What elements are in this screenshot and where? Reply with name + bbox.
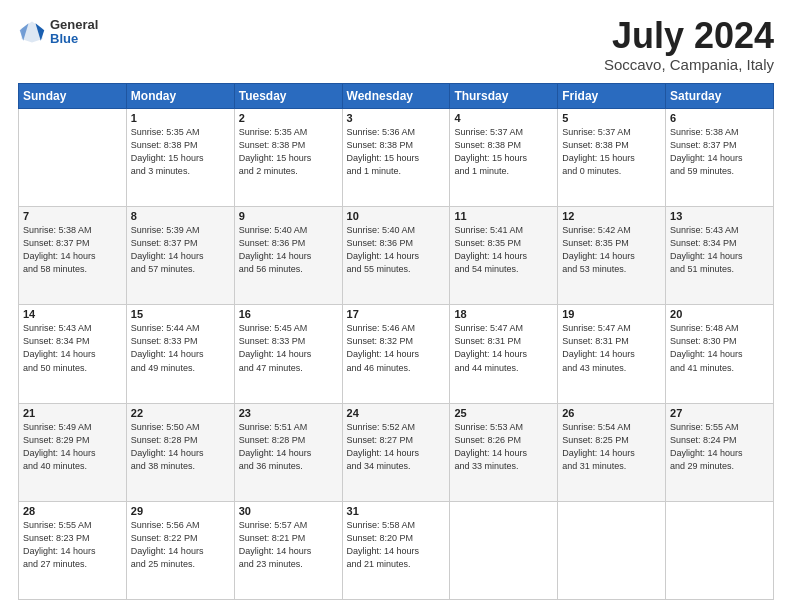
day-number: 16 [239, 308, 338, 320]
calendar-cell-w5-d7 [666, 501, 774, 599]
calendar-cell-w2-d5: 11Sunrise: 5:41 AM Sunset: 8:35 PM Dayli… [450, 207, 558, 305]
calendar-week-4: 21Sunrise: 5:49 AM Sunset: 8:29 PM Dayli… [19, 403, 774, 501]
day-number: 21 [23, 407, 122, 419]
day-info: Sunrise: 5:35 AM Sunset: 8:38 PM Dayligh… [131, 126, 230, 178]
day-info: Sunrise: 5:37 AM Sunset: 8:38 PM Dayligh… [454, 126, 553, 178]
day-info: Sunrise: 5:42 AM Sunset: 8:35 PM Dayligh… [562, 224, 661, 276]
day-info: Sunrise: 5:56 AM Sunset: 8:22 PM Dayligh… [131, 519, 230, 571]
col-sunday: Sunday [19, 84, 127, 109]
calendar-cell-w5-d3: 30Sunrise: 5:57 AM Sunset: 8:21 PM Dayli… [234, 501, 342, 599]
calendar-cell-w1-d6: 5Sunrise: 5:37 AM Sunset: 8:38 PM Daylig… [558, 109, 666, 207]
logo: General Blue [18, 18, 98, 47]
calendar-cell-w3-d1: 14Sunrise: 5:43 AM Sunset: 8:34 PM Dayli… [19, 305, 127, 403]
day-number: 4 [454, 112, 553, 124]
calendar-cell-w5-d2: 29Sunrise: 5:56 AM Sunset: 8:22 PM Dayli… [126, 501, 234, 599]
day-info: Sunrise: 5:53 AM Sunset: 8:26 PM Dayligh… [454, 421, 553, 473]
day-number: 29 [131, 505, 230, 517]
day-info: Sunrise: 5:35 AM Sunset: 8:38 PM Dayligh… [239, 126, 338, 178]
calendar-cell-w4-d6: 26Sunrise: 5:54 AM Sunset: 8:25 PM Dayli… [558, 403, 666, 501]
calendar-cell-w2-d6: 12Sunrise: 5:42 AM Sunset: 8:35 PM Dayli… [558, 207, 666, 305]
day-info: Sunrise: 5:55 AM Sunset: 8:23 PM Dayligh… [23, 519, 122, 571]
calendar-cell-w5-d6 [558, 501, 666, 599]
calendar-week-1: 1Sunrise: 5:35 AM Sunset: 8:38 PM Daylig… [19, 109, 774, 207]
day-number: 30 [239, 505, 338, 517]
calendar-week-2: 7Sunrise: 5:38 AM Sunset: 8:37 PM Daylig… [19, 207, 774, 305]
col-tuesday: Tuesday [234, 84, 342, 109]
day-number: 31 [347, 505, 446, 517]
col-wednesday: Wednesday [342, 84, 450, 109]
calendar-cell-w1-d4: 3Sunrise: 5:36 AM Sunset: 8:38 PM Daylig… [342, 109, 450, 207]
day-info: Sunrise: 5:58 AM Sunset: 8:20 PM Dayligh… [347, 519, 446, 571]
day-info: Sunrise: 5:57 AM Sunset: 8:21 PM Dayligh… [239, 519, 338, 571]
day-number: 5 [562, 112, 661, 124]
col-monday: Monday [126, 84, 234, 109]
day-number: 2 [239, 112, 338, 124]
calendar-cell-w3-d2: 15Sunrise: 5:44 AM Sunset: 8:33 PM Dayli… [126, 305, 234, 403]
calendar-header-row: Sunday Monday Tuesday Wednesday Thursday… [19, 84, 774, 109]
calendar-cell-w3-d6: 19Sunrise: 5:47 AM Sunset: 8:31 PM Dayli… [558, 305, 666, 403]
day-info: Sunrise: 5:39 AM Sunset: 8:37 PM Dayligh… [131, 224, 230, 276]
calendar-week-5: 28Sunrise: 5:55 AM Sunset: 8:23 PM Dayli… [19, 501, 774, 599]
day-info: Sunrise: 5:43 AM Sunset: 8:34 PM Dayligh… [670, 224, 769, 276]
day-number: 20 [670, 308, 769, 320]
logo-blue-text: Blue [50, 32, 98, 46]
calendar-cell-w1-d5: 4Sunrise: 5:37 AM Sunset: 8:38 PM Daylig… [450, 109, 558, 207]
day-info: Sunrise: 5:43 AM Sunset: 8:34 PM Dayligh… [23, 322, 122, 374]
day-number: 11 [454, 210, 553, 222]
day-number: 18 [454, 308, 553, 320]
day-number: 9 [239, 210, 338, 222]
day-info: Sunrise: 5:47 AM Sunset: 8:31 PM Dayligh… [562, 322, 661, 374]
calendar-week-3: 14Sunrise: 5:43 AM Sunset: 8:34 PM Dayli… [19, 305, 774, 403]
calendar-cell-w1-d2: 1Sunrise: 5:35 AM Sunset: 8:38 PM Daylig… [126, 109, 234, 207]
day-info: Sunrise: 5:38 AM Sunset: 8:37 PM Dayligh… [23, 224, 122, 276]
day-number: 28 [23, 505, 122, 517]
day-info: Sunrise: 5:55 AM Sunset: 8:24 PM Dayligh… [670, 421, 769, 473]
calendar-cell-w1-d1 [19, 109, 127, 207]
day-number: 3 [347, 112, 446, 124]
day-number: 19 [562, 308, 661, 320]
calendar-cell-w2-d3: 9Sunrise: 5:40 AM Sunset: 8:36 PM Daylig… [234, 207, 342, 305]
calendar-cell-w3-d3: 16Sunrise: 5:45 AM Sunset: 8:33 PM Dayli… [234, 305, 342, 403]
calendar-cell-w2-d1: 7Sunrise: 5:38 AM Sunset: 8:37 PM Daylig… [19, 207, 127, 305]
col-thursday: Thursday [450, 84, 558, 109]
calendar-cell-w4-d2: 22Sunrise: 5:50 AM Sunset: 8:28 PM Dayli… [126, 403, 234, 501]
page: General Blue July 2024 Soccavo, Campania… [0, 0, 792, 612]
day-info: Sunrise: 5:41 AM Sunset: 8:35 PM Dayligh… [454, 224, 553, 276]
day-info: Sunrise: 5:40 AM Sunset: 8:36 PM Dayligh… [347, 224, 446, 276]
location: Soccavo, Campania, Italy [604, 56, 774, 73]
day-number: 17 [347, 308, 446, 320]
calendar-cell-w1-d3: 2Sunrise: 5:35 AM Sunset: 8:38 PM Daylig… [234, 109, 342, 207]
day-info: Sunrise: 5:37 AM Sunset: 8:38 PM Dayligh… [562, 126, 661, 178]
day-info: Sunrise: 5:45 AM Sunset: 8:33 PM Dayligh… [239, 322, 338, 374]
day-number: 24 [347, 407, 446, 419]
day-number: 6 [670, 112, 769, 124]
day-info: Sunrise: 5:46 AM Sunset: 8:32 PM Dayligh… [347, 322, 446, 374]
logo-icon [18, 18, 46, 46]
calendar-cell-w4-d1: 21Sunrise: 5:49 AM Sunset: 8:29 PM Dayli… [19, 403, 127, 501]
calendar-cell-w4-d3: 23Sunrise: 5:51 AM Sunset: 8:28 PM Dayli… [234, 403, 342, 501]
day-info: Sunrise: 5:38 AM Sunset: 8:37 PM Dayligh… [670, 126, 769, 178]
logo-text: General Blue [50, 18, 98, 47]
day-number: 26 [562, 407, 661, 419]
day-number: 7 [23, 210, 122, 222]
calendar-cell-w3-d5: 18Sunrise: 5:47 AM Sunset: 8:31 PM Dayli… [450, 305, 558, 403]
day-number: 1 [131, 112, 230, 124]
calendar-cell-w5-d1: 28Sunrise: 5:55 AM Sunset: 8:23 PM Dayli… [19, 501, 127, 599]
day-info: Sunrise: 5:47 AM Sunset: 8:31 PM Dayligh… [454, 322, 553, 374]
calendar-cell-w3-d7: 20Sunrise: 5:48 AM Sunset: 8:30 PM Dayli… [666, 305, 774, 403]
calendar-cell-w4-d7: 27Sunrise: 5:55 AM Sunset: 8:24 PM Dayli… [666, 403, 774, 501]
month-year: July 2024 [604, 18, 774, 54]
day-number: 14 [23, 308, 122, 320]
day-info: Sunrise: 5:52 AM Sunset: 8:27 PM Dayligh… [347, 421, 446, 473]
day-number: 15 [131, 308, 230, 320]
day-info: Sunrise: 5:49 AM Sunset: 8:29 PM Dayligh… [23, 421, 122, 473]
day-number: 12 [562, 210, 661, 222]
day-info: Sunrise: 5:44 AM Sunset: 8:33 PM Dayligh… [131, 322, 230, 374]
calendar-cell-w4-d5: 25Sunrise: 5:53 AM Sunset: 8:26 PM Dayli… [450, 403, 558, 501]
calendar-cell-w5-d5 [450, 501, 558, 599]
title-block: July 2024 Soccavo, Campania, Italy [604, 18, 774, 73]
calendar-cell-w2-d2: 8Sunrise: 5:39 AM Sunset: 8:37 PM Daylig… [126, 207, 234, 305]
calendar-cell-w1-d7: 6Sunrise: 5:38 AM Sunset: 8:37 PM Daylig… [666, 109, 774, 207]
day-info: Sunrise: 5:51 AM Sunset: 8:28 PM Dayligh… [239, 421, 338, 473]
day-number: 23 [239, 407, 338, 419]
